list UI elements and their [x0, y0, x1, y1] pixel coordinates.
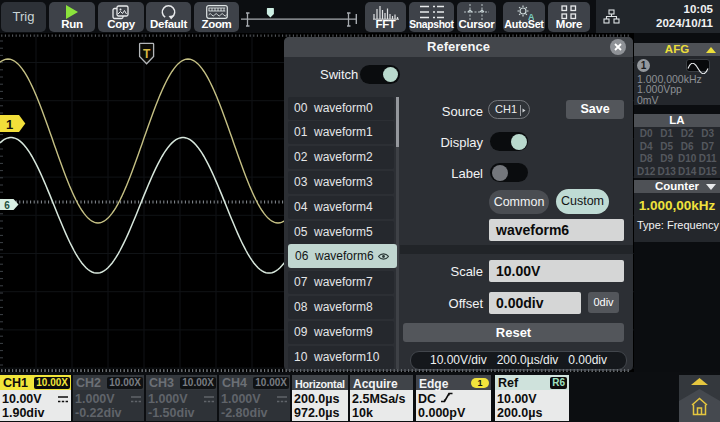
svg-text:6: 6 [4, 200, 10, 211]
svg-text:1: 1 [6, 117, 13, 132]
svg-text:T: T [143, 47, 151, 61]
